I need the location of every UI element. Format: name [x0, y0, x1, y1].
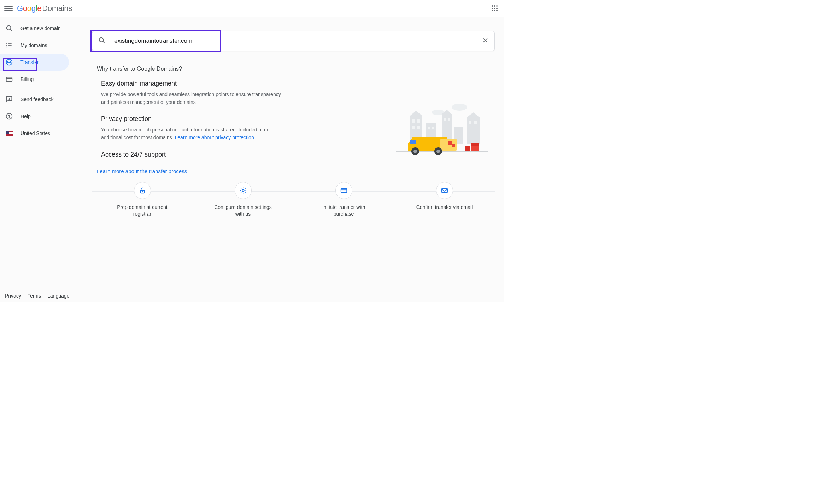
svg-rect-34 [432, 127, 434, 129]
transfer-icon [5, 58, 13, 66]
sidebar-item-help[interactable]: Help [0, 108, 69, 125]
mail-icon [436, 182, 453, 199]
sidebar-item-label: Transfer [20, 59, 39, 65]
menu-icon[interactable] [4, 4, 13, 13]
svg-point-15 [99, 38, 104, 42]
svg-marker-27 [467, 112, 480, 118]
svg-rect-30 [417, 119, 420, 123]
footer-language[interactable]: Language [47, 293, 69, 299]
step-label: Initiate transfer with purchase [312, 204, 376, 218]
gear-icon [235, 182, 252, 199]
svg-rect-3 [8, 43, 12, 44]
sidebar-item-label: United States [20, 130, 50, 136]
footer-links: Privacy Terms Language [5, 293, 69, 299]
svg-rect-37 [469, 121, 471, 124]
sidebar-divider [4, 89, 69, 89]
credit-card-icon [5, 75, 13, 83]
credit-card-icon [335, 182, 352, 199]
svg-point-19 [452, 104, 467, 111]
transfer-search-input[interactable] [114, 37, 482, 45]
list-icon [5, 41, 13, 49]
svg-point-12 [9, 100, 9, 100]
sidebar-item-label: My domains [20, 42, 47, 48]
search-wrap [92, 31, 495, 51]
step-label: Configure domain settings with us [211, 204, 275, 218]
sidebar-item-label: Billing [20, 76, 34, 82]
svg-point-54 [142, 191, 142, 192]
lock-open-icon [134, 182, 151, 199]
svg-rect-38 [474, 121, 477, 124]
sidebar-item-label: Get a new domain [20, 25, 61, 31]
sidebar-item-label: Send feedback [20, 96, 53, 102]
sidebar-item-billing[interactable]: Billing [0, 71, 69, 88]
svg-rect-31 [412, 126, 415, 129]
svg-rect-52 [471, 143, 479, 146]
sidebar-item-country[interactable]: United States [0, 125, 69, 142]
learn-transfer-process-link[interactable]: Learn more about the transfer process [97, 168, 495, 174]
step-confirm: Confirm transfer via email [394, 182, 495, 211]
svg-point-45 [413, 150, 417, 153]
benefit-support: Access to 24/7 support [101, 151, 288, 158]
benefit-body: You choose how much personal contact inf… [101, 126, 288, 141]
sidebar-item-label: Help [20, 113, 31, 119]
svg-rect-9 [6, 77, 12, 82]
svg-rect-7 [8, 47, 12, 47]
step-initiate: Initiate transfer with purchase [293, 182, 394, 218]
product-logo[interactable]: Google Domains [17, 4, 72, 13]
svg-rect-33 [428, 127, 430, 129]
svg-rect-58 [441, 188, 447, 192]
benefits-row: Easy domain management We provide powerf… [101, 80, 495, 162]
svg-rect-5 [8, 45, 12, 46]
apps-icon[interactable] [492, 5, 498, 12]
svg-line-16 [103, 41, 104, 43]
transfer-steps: Prep domain at current registrar Configu… [92, 182, 495, 218]
benefit-body: We provide powerful tools and seamless i… [101, 91, 288, 106]
why-transfer-title: Why transfer to Google Domains? [97, 66, 495, 72]
svg-point-47 [436, 150, 440, 153]
sidebar-item-my-domains[interactable]: My domains [0, 37, 69, 54]
sidebar: Get a new domain My domains Transfer Bil… [0, 17, 69, 302]
step-prep: Prep domain at current registrar [92, 182, 193, 218]
transfer-illustration [288, 80, 495, 162]
svg-point-2 [6, 43, 7, 44]
main-content: Why transfer to Google Domains? Easy dom… [69, 17, 504, 302]
svg-marker-22 [410, 111, 422, 116]
svg-rect-32 [417, 126, 420, 129]
benefit-easy-management: Easy domain management We provide powerf… [101, 80, 288, 106]
step-configure: Configure domain settings with us [193, 182, 293, 218]
footer-privacy[interactable]: Privacy [5, 293, 21, 299]
svg-point-6 [6, 47, 7, 48]
search-icon [98, 36, 106, 46]
benefit-privacy: Privacy protection You choose how much p… [101, 115, 288, 141]
footer-terms[interactable]: Terms [28, 293, 41, 299]
svg-rect-29 [412, 119, 415, 123]
sidebar-item-transfer[interactable]: Transfer [0, 54, 69, 71]
svg-rect-56 [341, 188, 347, 192]
flag-us-icon [5, 129, 13, 137]
benefit-title: Easy domain management [101, 80, 288, 87]
svg-rect-43 [410, 140, 416, 144]
step-label: Confirm transfer via email [413, 204, 476, 211]
feedback-icon [5, 95, 13, 104]
benefit-title: Access to 24/7 support [101, 151, 288, 158]
svg-rect-26 [467, 118, 480, 144]
svg-rect-50 [465, 146, 470, 151]
benefit-title: Privacy protection [101, 115, 288, 123]
svg-point-55 [242, 189, 244, 192]
step-label: Prep domain at current registrar [111, 204, 174, 218]
product-name: Domains [42, 4, 72, 13]
svg-rect-48 [448, 141, 452, 145]
svg-line-1 [10, 29, 12, 31]
search-icon [5, 24, 13, 33]
transfer-search-bar[interactable] [92, 31, 495, 51]
sidebar-item-send-feedback[interactable]: Send feedback [0, 91, 69, 108]
svg-point-14 [9, 118, 9, 118]
svg-rect-49 [452, 144, 455, 147]
privacy-learn-more-link[interactable]: Learn more about privacy protection [175, 135, 254, 140]
top-bar: Google Domains [0, 0, 504, 17]
svg-rect-36 [448, 118, 450, 121]
sidebar-item-get-a-new-domain[interactable]: Get a new domain [0, 20, 69, 37]
svg-point-4 [6, 45, 7, 46]
clear-icon[interactable] [482, 37, 489, 45]
svg-rect-35 [444, 118, 446, 121]
